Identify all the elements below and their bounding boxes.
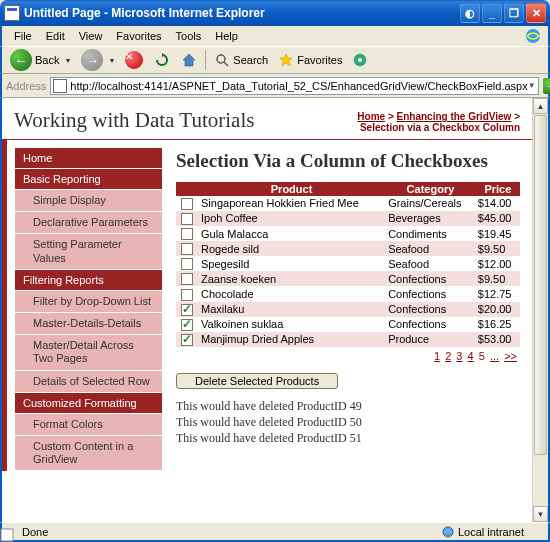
refresh-button[interactable] [149,49,175,71]
ie-logo-icon [524,27,542,45]
table-row: SpegesildSeafood$12.00 [176,256,520,271]
site-title: Working with Data Tutorials [14,108,254,133]
cell-price: $53.00 [476,332,520,347]
search-button[interactable]: Search [210,50,272,70]
row-checkbox[interactable] [181,258,193,270]
sidebar-section-filtering-reports[interactable]: Filtering Reports [15,270,162,290]
pager-page-1[interactable]: 1 [434,350,440,362]
done-icon [0,528,14,542]
cell-price: $20.00 [476,302,520,317]
menu-favorites[interactable]: Favorites [110,28,167,44]
cell-price: $12.00 [476,256,520,271]
breadcrumb-home[interactable]: Home [357,111,385,122]
row-checkbox[interactable] [181,213,193,225]
delete-selected-button[interactable]: Delete Selected Products [176,373,338,389]
sidebar-item-custom-content-gridview[interactable]: Custom Content in a GridView [15,436,162,470]
refresh-icon [153,51,171,69]
back-arrow-icon: ← [10,49,32,71]
cell-product: Ipoh Coffee [198,211,385,226]
pager-page-4[interactable]: 4 [468,350,474,362]
favorites-label: Favorites [297,54,342,66]
status-done: Done [6,526,435,538]
cell-product: Maxilaku [198,302,385,317]
row-checkbox[interactable] [181,228,193,240]
cell-category: Grains/Cereals [385,196,476,211]
address-url: http://localhost:4141/ASPNET_Data_Tutori… [70,80,527,92]
cell-price: $9.50 [476,241,520,256]
chevron-down-icon: ▼ [64,57,71,64]
sidebar-section-customized-formatting[interactable]: Customized Formatting [15,393,162,413]
row-checkbox[interactable] [181,319,193,331]
row-checkbox[interactable] [181,273,193,285]
sidebar-section-basic-reporting[interactable]: Basic Reporting [15,169,162,189]
theme-button[interactable]: ◐ [460,3,480,23]
stop-button[interactable]: ✕ [121,49,147,71]
menu-file[interactable]: File [8,28,38,44]
pager-page-2[interactable]: 2 [445,350,451,362]
row-checkbox[interactable] [181,198,193,210]
cell-price: $12.75 [476,286,520,301]
table-row: Manjimup Dried ApplesProduce$53.00 [176,332,520,347]
sidebar-item-simple-display[interactable]: Simple Display [15,190,162,211]
page-heading: Selection Via a Column of Checkboxes [176,150,520,172]
media-button[interactable] [348,50,372,70]
menu-help[interactable]: Help [209,28,244,44]
menu-tools[interactable]: Tools [170,28,208,44]
row-checkbox[interactable] [181,304,193,316]
star-icon [278,52,294,68]
sidebar: Home Basic Reporting Simple Display Decl… [7,140,162,471]
maximize-button[interactable]: ❐ [504,3,524,23]
home-button[interactable] [177,50,201,70]
go-button[interactable]: → Go [543,78,550,94]
col-price: Price [476,182,520,196]
back-button[interactable]: ← Back ▼ [6,47,75,73]
sidebar-item-format-colors[interactable]: Format Colors [15,414,162,435]
status-bar: Done Local intranet [0,522,550,542]
favorites-button[interactable]: Favorites [274,50,346,70]
scroll-down-button[interactable]: ▼ [533,506,548,522]
address-bar: Address http://localhost:4141/ASPNET_Dat… [0,74,550,98]
row-checkbox[interactable] [181,289,193,301]
output-line: This would have deleted ProductID 50 [176,415,520,430]
back-label: Back [35,54,59,66]
output-line: This would have deleted ProductID 49 [176,399,520,414]
breadcrumb-current: Selection via a Checkbox Column [360,122,520,133]
address-input[interactable]: http://localhost:4141/ASPNET_Data_Tutori… [50,77,538,95]
chevron-down-icon[interactable]: ▼ [528,81,536,90]
search-label: Search [233,54,268,66]
forward-button[interactable]: → ▼ [77,47,119,73]
scroll-up-button[interactable]: ▲ [533,98,548,114]
chevron-down-icon: ▼ [108,57,115,64]
menu-view[interactable]: View [73,28,109,44]
menu-edit[interactable]: Edit [40,28,71,44]
cell-category: Confections [385,286,476,301]
sidebar-item-master-detail-two-pages[interactable]: Master/Detail Across Two Pages [15,335,162,369]
scroll-thumb[interactable] [534,115,547,455]
pager: 1 2 3 4 5 ... >> [176,347,520,365]
cell-product: Gula Malacca [198,226,385,241]
home-icon [181,52,197,68]
close-button[interactable]: ✕ [526,3,546,23]
sidebar-item-home[interactable]: Home [15,148,162,168]
vertical-scrollbar[interactable]: ▲ ▼ [532,98,548,522]
sidebar-item-setting-parameter-values[interactable]: Setting Parameter Values [15,234,162,268]
status-zone-label: Local intranet [458,526,524,538]
sidebar-item-master-details-details[interactable]: Master-Details-Details [15,313,162,334]
cell-product: Zaanse koeken [198,271,385,286]
sidebar-item-declarative-parameters[interactable]: Declarative Parameters [15,212,162,233]
pager-ellipsis[interactable]: ... [490,350,499,362]
minimize-button[interactable]: _ [482,3,502,23]
svg-rect-7 [445,534,451,537]
breadcrumb-section[interactable]: Enhancing the GridView [397,111,512,122]
cell-category: Confections [385,302,476,317]
pager-page-3[interactable]: 3 [456,350,462,362]
pager-next[interactable]: >> [504,350,517,362]
stop-icon: ✕ [125,51,143,69]
row-checkbox[interactable] [181,334,193,346]
window-title: Untitled Page - Microsoft Internet Explo… [24,6,460,20]
cell-product: Rogede sild [198,241,385,256]
cell-price: $45.00 [476,211,520,226]
sidebar-item-filter-ddl[interactable]: Filter by Drop-Down List [15,291,162,312]
row-checkbox[interactable] [181,243,193,255]
sidebar-item-details-selected-row[interactable]: Details of Selected Row [15,371,162,392]
